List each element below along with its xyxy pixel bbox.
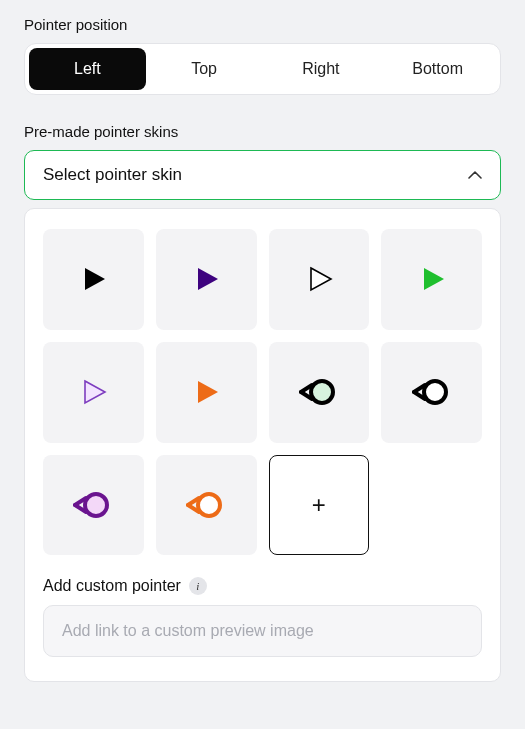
svg-point-0 [311, 381, 333, 403]
custom-pointer-label: Add custom pointer [43, 577, 181, 595]
plus-icon: + [312, 491, 326, 519]
skins-dropdown-body: + Add custom pointer i [24, 208, 501, 682]
skin-option-white-outline[interactable] [269, 229, 370, 330]
position-option-bottom[interactable]: Bottom [379, 48, 496, 90]
triangle-icon [77, 376, 109, 408]
skins-grid: + [43, 229, 482, 555]
skin-option-lilac-outline[interactable] [43, 342, 144, 443]
triangle-icon [303, 263, 335, 295]
svg-point-1 [424, 381, 446, 403]
svg-point-3 [198, 494, 220, 516]
custom-pointer-section: Add custom pointer i [43, 577, 482, 657]
custom-pointer-label-row: Add custom pointer i [43, 577, 482, 595]
custom-pointer-url-input[interactable] [43, 605, 482, 657]
bubble-icon [186, 489, 226, 521]
pointer-position-segmented: Left Top Right Bottom [24, 43, 501, 95]
triangle-icon [416, 263, 448, 295]
triangle-icon [190, 263, 222, 295]
skin-option-black-solid[interactable] [43, 229, 144, 330]
bubble-icon [299, 376, 339, 408]
skin-option-green-solid[interactable] [381, 229, 482, 330]
skins-dropdown-toggle[interactable]: Select pointer skin [24, 150, 501, 200]
position-option-left[interactable]: Left [29, 48, 146, 90]
skin-option-bubble-purple[interactable] [43, 455, 144, 556]
pointer-position-label: Pointer position [24, 16, 501, 33]
position-option-right[interactable]: Right [263, 48, 380, 90]
skins-label: Pre-made pointer skins [24, 123, 501, 140]
chevron-up-icon [468, 168, 482, 182]
triangle-icon [77, 263, 109, 295]
skin-option-orange-solid[interactable] [156, 342, 257, 443]
skin-option-bubble-orange[interactable] [156, 455, 257, 556]
skin-option-bubble-mint[interactable] [269, 342, 370, 443]
skin-option-add[interactable]: + [269, 455, 370, 556]
skin-option-bubble-white[interactable] [381, 342, 482, 443]
skins-dropdown-label: Select pointer skin [43, 165, 182, 185]
bubble-icon [73, 489, 113, 521]
skin-option-purple-solid[interactable] [156, 229, 257, 330]
position-option-top[interactable]: Top [146, 48, 263, 90]
svg-point-2 [85, 494, 107, 516]
triangle-icon [190, 376, 222, 408]
bubble-icon [412, 376, 452, 408]
info-icon[interactable]: i [189, 577, 207, 595]
